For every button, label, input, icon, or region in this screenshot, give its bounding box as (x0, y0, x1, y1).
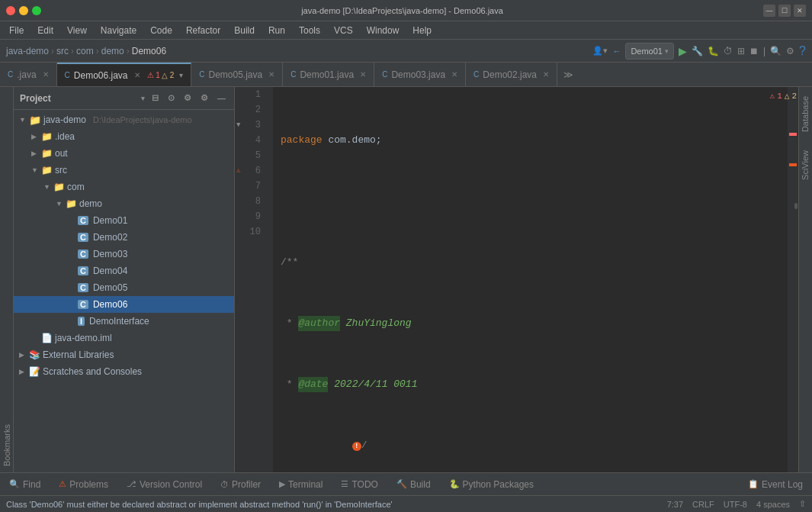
profiler-tool[interactable]: ⏱ Profiler (217, 478, 264, 491)
sciview-panel-label[interactable]: SciView (799, 141, 812, 189)
menu-tools[interactable]: Tools (293, 24, 326, 37)
tab-demo01[interactable]: C Demo01.java ✕ (283, 63, 374, 86)
tree-item-com[interactable]: ▼ 📁 com (14, 179, 234, 195)
tree-item-iml[interactable]: 📄 java-demo.iml (14, 330, 234, 346)
close-window-btn[interactable] (6, 6, 15, 15)
close-tab-btn[interactable]: ✕ (268, 70, 274, 79)
status-message: Class 'Demo06' must either be declared a… (6, 500, 661, 509)
menu-run[interactable]: Run (262, 24, 291, 37)
close-tab-btn[interactable]: ✕ (543, 70, 549, 79)
help-btn[interactable]: ? (799, 44, 806, 58)
expand-all-icon[interactable]: ▾ (141, 95, 145, 102)
menu-navigate[interactable]: Navigate (95, 24, 143, 37)
chevron-icon[interactable]: ▾ (179, 71, 183, 79)
tree-item-demo06[interactable]: C Demo06 (14, 296, 234, 313)
close-btn[interactable]: ✕ (794, 5, 806, 17)
event-log-tool[interactable]: 📋 Event Log (745, 478, 806, 491)
tree-item-demo02[interactable]: C Demo02 (14, 229, 234, 246)
tab-demo05[interactable]: C Demo05.java ✕ (191, 63, 283, 86)
maximize-window-btn[interactable] (32, 6, 41, 15)
line-ending[interactable]: CRLF (692, 500, 714, 509)
tree-item-scratches[interactable]: ▶ 📝 Scratches and Consoles (14, 363, 234, 380)
run-config-dropdown[interactable]: Demo01 ▾ (625, 43, 674, 60)
run-btn[interactable]: ▶ (679, 45, 687, 57)
breadcrumb-src[interactable]: src (56, 46, 69, 56)
breadcrumb-demo[interactable]: demo (101, 46, 124, 56)
close-tab-btn[interactable]: ✕ (134, 71, 140, 79)
code-content[interactable]: package com.demo; /** * @author ZhuYingl… (273, 87, 788, 472)
tab-demo06[interactable]: C Demo06.java ✕ ⚠ 1 △ 2 ▾ (57, 63, 192, 86)
menu-code[interactable]: Code (144, 24, 178, 37)
tree-item-demointerface[interactable]: I DemoInterface (14, 313, 234, 330)
fold-icon[interactable]: ▼ (236, 118, 240, 133)
error-count-icon: ⚠ 1 (147, 71, 160, 79)
window-controls[interactable] (6, 6, 41, 15)
tree-item-root[interactable]: ▼ 📁 java-demo D:\IdeaProjects\java-demo (14, 111, 234, 128)
terminal-label: Terminal (288, 479, 323, 490)
find-tool[interactable]: 🔍 Find (6, 478, 43, 491)
restore-btn[interactable]: ☐ (778, 5, 791, 17)
tab-overflow-btn[interactable]: ≫ (557, 63, 579, 86)
version-control-tool[interactable]: ⎇ Version Control (124, 478, 205, 491)
menu-build[interactable]: Build (228, 24, 261, 37)
menu-view[interactable]: View (61, 24, 93, 37)
indent-setting[interactable]: 4 spaces (756, 500, 790, 509)
profile-btn[interactable]: ⏱ (724, 46, 733, 56)
error-stripe-mark (789, 133, 797, 136)
cursor-position[interactable]: 7:37 (667, 500, 683, 509)
minimize-window-btn[interactable] (19, 6, 28, 15)
database-panel-label[interactable]: Database (799, 87, 812, 141)
tree-item-demo04[interactable]: C Demo04 (14, 262, 234, 279)
code-editor[interactable]: 1 2 ▼ 3 4 5 ⚠ 6 7 8 9 10 (235, 87, 798, 472)
back-btn[interactable]: ← (612, 47, 621, 56)
tab-prev-file[interactable]: C .java ✕ (0, 63, 57, 86)
find-label: Find (23, 479, 40, 490)
stop-btn[interactable]: ⏹ (749, 46, 759, 56)
breadcrumb-demo06[interactable]: Demo06 (132, 46, 166, 56)
menu-edit[interactable]: Edit (31, 24, 59, 37)
user-icon[interactable]: 👤▾ (592, 46, 608, 56)
menu-help[interactable]: Help (406, 24, 438, 37)
breadcrumb-project[interactable]: java-demo (6, 46, 49, 56)
panel-gear-icon[interactable]: ⚙ (198, 92, 210, 105)
build-btn[interactable]: 🔧 (692, 46, 703, 56)
minimize-btn[interactable]: — (763, 5, 775, 17)
tree-item-demo[interactable]: ▼ 📁 demo (14, 195, 234, 212)
coverage-btn[interactable]: ⊞ (737, 46, 745, 56)
git-branch[interactable]: ⇧ (799, 499, 806, 509)
settings-btn[interactable]: ⚙ (786, 46, 794, 56)
tab-demo02[interactable]: C Demo02.java ✕ (466, 63, 557, 86)
tree-item-out[interactable]: ▶ 📁 out (14, 145, 234, 162)
build-tool[interactable]: 🔨 Build (393, 478, 434, 491)
tree-item-idea[interactable]: ▶ 📁 .idea (14, 128, 234, 145)
menu-refactor[interactable]: Refactor (180, 24, 226, 37)
terminal-tool[interactable]: ▶ Terminal (276, 478, 326, 491)
warn-count-label: 2 (791, 89, 797, 104)
tree-item-demo01[interactable]: C Demo01 (14, 212, 234, 229)
menu-file[interactable]: File (3, 24, 30, 37)
python-packages-tool[interactable]: 🐍 Python Packages (446, 478, 537, 491)
menu-vcs[interactable]: VCS (328, 24, 359, 37)
close-tab-btn[interactable]: ✕ (360, 70, 366, 79)
menu-window[interactable]: Window (361, 24, 406, 37)
panel-hide-btn[interactable]: — (215, 92, 228, 105)
debug-btn[interactable]: 🐛 (708, 46, 719, 56)
tree-item-demo03[interactable]: C Demo03 (14, 246, 234, 262)
close-tab-btn[interactable]: ✕ (43, 70, 49, 79)
tab-label: .java (17, 69, 36, 80)
locate-btn[interactable]: ⊙ (165, 92, 177, 105)
search-everywhere-btn[interactable]: 🔍 (770, 46, 782, 56)
panel-settings-btn[interactable]: ⚙ (181, 92, 194, 105)
scroll-thumb[interactable] (794, 203, 798, 209)
todo-tool[interactable]: ☰ TODO (338, 478, 380, 491)
collapse-all-btn[interactable]: ⊟ (149, 92, 161, 105)
tree-item-ext-libs[interactable]: ▶ 📚 External Libraries (14, 346, 234, 363)
tab-demo03[interactable]: C Demo03.java ✕ (374, 63, 466, 86)
tree-item-demo05[interactable]: C Demo05 (14, 279, 234, 296)
close-tab-btn[interactable]: ✕ (451, 70, 457, 79)
problems-tool[interactable]: ⚠ Problems (56, 478, 111, 491)
tree-item-src[interactable]: ▼ 📁 src (14, 162, 234, 179)
breadcrumb-com[interactable]: com (76, 46, 94, 56)
bookmarks-label[interactable]: Bookmarks (2, 424, 11, 466)
file-encoding[interactable]: UTF-8 (724, 500, 747, 509)
